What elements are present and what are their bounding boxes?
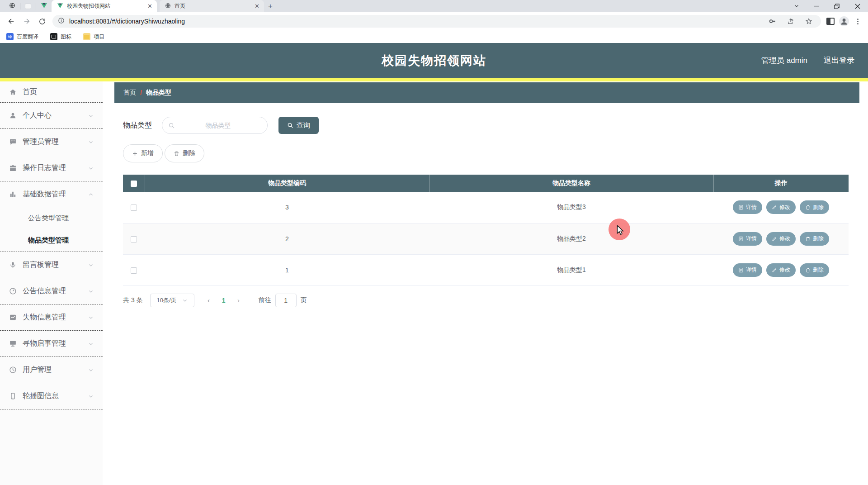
search-input[interactable] <box>175 122 261 129</box>
sidebar-subitem-notice-type[interactable]: 公告类型管理 <box>0 207 103 229</box>
window-minimize-button[interactable] <box>806 0 826 12</box>
pinned-tab-blank[interactable] <box>20 0 36 12</box>
pinned-tab-vue[interactable] <box>36 0 52 12</box>
omnibox[interactable]: localhost:8081/#/dictionaryShiwuzhaoling <box>52 15 821 28</box>
breadcrumb-home-link[interactable]: 首页 <box>123 89 136 97</box>
image-icon <box>50 33 57 40</box>
sidebar-item-label: 轮播图信息 <box>23 391 59 401</box>
add-button[interactable]: 新增 <box>123 144 163 162</box>
next-page-button[interactable]: › <box>231 296 247 304</box>
sidebar-item-label: 失物信息管理 <box>23 313 66 322</box>
sidebar-item-personal-center[interactable]: 个人中心 <box>0 103 103 128</box>
table-row: 3 物品类型3 详情 修改 删除 <box>123 192 849 223</box>
sidebar-item-notice-info[interactable]: 公告信息管理 <box>0 278 103 304</box>
column-header-actions: 操作 <box>713 175 849 192</box>
delete-button[interactable]: 删除 <box>165 144 204 162</box>
bookmark-icons[interactable]: 图标 <box>50 33 71 41</box>
trash-icon <box>805 267 811 273</box>
document-icon <box>738 236 744 242</box>
microphone-icon <box>9 261 17 269</box>
reload-button[interactable] <box>34 14 50 29</box>
share-icon[interactable] <box>784 14 797 28</box>
logout-link[interactable]: 退出登录 <box>824 55 854 66</box>
edit-button[interactable]: 修改 <box>766 232 796 246</box>
bookmark-baidu-translate[interactable]: 译 百度翻译 <box>6 33 38 41</box>
row-checkbox[interactable] <box>131 267 137 274</box>
browser-tab-active[interactable]: 校园失物招领网站 ✕ <box>52 0 157 12</box>
new-tab-button[interactable]: + <box>264 0 277 12</box>
monitor-icon <box>9 340 17 347</box>
browser-menu-icon[interactable] <box>851 14 864 28</box>
detail-button[interactable]: 详情 <box>733 263 762 277</box>
sidebar-item-found-notice[interactable]: 寻物启事管理 <box>0 331 103 357</box>
sidebar-item-message-board[interactable]: 留言板管理 <box>0 252 103 278</box>
row-delete-button[interactable]: 删除 <box>800 263 829 277</box>
chevron-down-icon <box>88 341 94 347</box>
gauge-icon <box>9 287 17 295</box>
select-all-checkbox[interactable] <box>131 181 137 187</box>
back-button[interactable] <box>4 14 19 29</box>
sidebar-item-label: 首页 <box>23 87 37 97</box>
content-area: 首页 / 物品类型 物品类型 查询 新增 <box>103 81 868 485</box>
bookmark-project[interactable]: 项目 <box>83 33 104 41</box>
sidebar-item-label: 公告类型管理 <box>28 214 69 223</box>
page-unit-label: 页 <box>301 296 307 304</box>
sidebar-item-lost-info[interactable]: 失物信息管理 <box>0 304 103 330</box>
bookmark-star-icon[interactable] <box>802 14 816 28</box>
prev-page-button[interactable]: ‹ <box>201 296 217 304</box>
sidebar-item-label: 用户管理 <box>23 365 52 375</box>
chat-icon <box>9 138 17 146</box>
cell-code: 2 <box>145 223 429 254</box>
row-delete-button[interactable]: 删除 <box>800 232 829 246</box>
url-text[interactable]: localhost:8081/#/dictionaryShiwuzhaoling <box>69 18 185 25</box>
browser-tab-secondary[interactable]: 首页 ✕ <box>160 0 264 12</box>
forward-button[interactable] <box>19 14 34 29</box>
sidebar-subitem-item-type[interactable]: 物品类型管理 <box>0 229 103 252</box>
bookmark-label: 百度翻译 <box>17 33 38 41</box>
window-close-button[interactable] <box>847 0 868 12</box>
table-row: 1 物品类型1 详情 修改 删除 <box>123 254 849 285</box>
goto-page-input[interactable] <box>275 294 297 307</box>
sidebar: 首页 个人中心 管理员管理 <box>0 81 103 485</box>
detail-button[interactable]: 详情 <box>733 232 762 246</box>
cell-name: 物品类型2 <box>429 223 713 254</box>
bookmark-label: 项目 <box>94 33 104 41</box>
detail-button[interactable]: 详情 <box>733 200 762 214</box>
app-header: 校园失物招领网站 管理员 admin 退出登录 <box>0 43 868 78</box>
pinned-tab-globe[interactable] <box>5 0 20 12</box>
edit-button[interactable]: 修改 <box>766 200 796 214</box>
side-panel-icon[interactable] <box>824 14 837 28</box>
query-button[interactable]: 查询 <box>278 117 319 134</box>
chevron-down-icon <box>88 166 94 171</box>
chevron-down-icon <box>88 315 94 320</box>
goto-label: 前往 <box>259 296 271 304</box>
sidebar-item-home[interactable]: 首页 <box>0 81 103 102</box>
row-delete-button[interactable]: 删除 <box>800 200 829 214</box>
clock-icon <box>9 366 17 374</box>
sidebar-item-operation-log[interactable]: 操作日志管理 <box>0 155 103 181</box>
tab-search-chevron-icon[interactable] <box>788 2 806 10</box>
sidebar-item-basic-data[interactable]: 基础数据管理 <box>0 181 103 207</box>
chevron-down-icon <box>88 289 94 294</box>
sidebar-item-label: 操作日志管理 <box>23 163 66 173</box>
vue-logo-icon <box>41 2 47 10</box>
row-checkbox[interactable] <box>131 236 137 242</box>
page-size-select[interactable]: 10条/页 <box>150 294 194 307</box>
sidebar-item-label: 物品类型管理 <box>28 236 69 245</box>
sidebar-item-user-management[interactable]: 用户管理 <box>0 357 103 383</box>
sidebar-item-label: 个人中心 <box>23 111 52 120</box>
sidebar-item-admin-management[interactable]: 管理员管理 <box>0 129 103 155</box>
blank-page-icon <box>25 4 31 9</box>
pencil-icon <box>772 204 777 210</box>
tab-close-icon[interactable]: ✕ <box>255 3 259 9</box>
pagination: 共 3 条 10条/页 ‹ 1 › 前往 页 <box>123 294 851 307</box>
password-key-icon[interactable] <box>766 14 779 28</box>
window-restore-button[interactable] <box>826 0 847 12</box>
row-checkbox[interactable] <box>131 204 137 211</box>
sidebar-item-carousel-info[interactable]: 轮播图信息 <box>0 383 103 409</box>
current-page-number[interactable]: 1 <box>217 297 231 304</box>
edit-button[interactable]: 修改 <box>766 263 796 277</box>
tab-close-icon[interactable]: ✕ <box>147 3 152 9</box>
profile-avatar[interactable] <box>837 14 851 28</box>
site-info-icon[interactable] <box>58 17 65 26</box>
